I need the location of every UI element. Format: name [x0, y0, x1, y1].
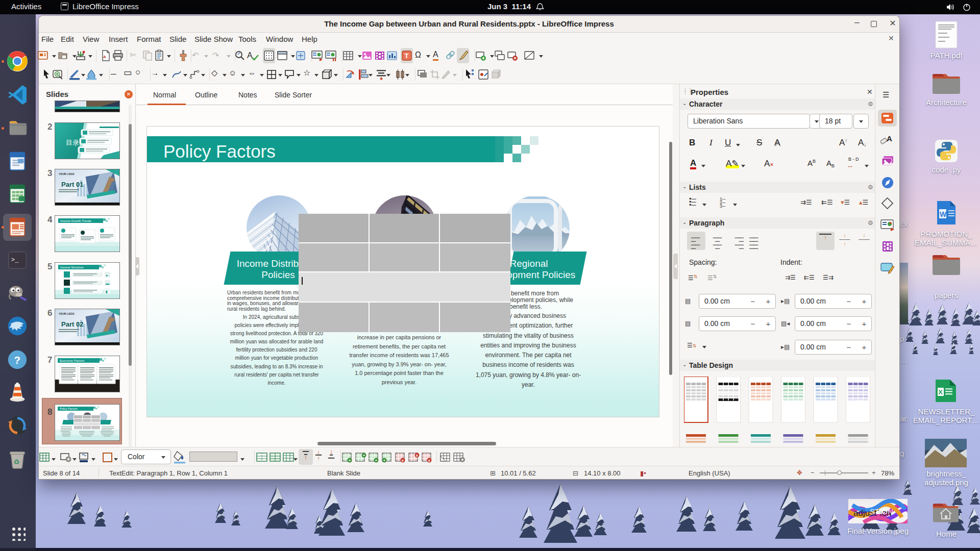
svg-text:Economic Factors: Economic Factors [60, 359, 84, 362]
svg-text:A: A [887, 134, 892, 143]
svg-text:+: + [383, 458, 385, 463]
svg-text:X: X [938, 388, 943, 396]
svg-text:目录: 目录 [66, 139, 79, 146]
svg-text:W: W [940, 210, 947, 218]
svg-text:x: x [401, 458, 404, 463]
svg-text:+: + [375, 458, 377, 463]
svg-text:>_: >_ [11, 257, 19, 264]
svg-text:A: A [103, 55, 106, 59]
svg-text:?: ? [14, 354, 20, 366]
svg-text:STION: STION [870, 507, 893, 516]
svg-text:x: x [415, 453, 418, 458]
svg-text:▮: ▮ [106, 290, 108, 293]
svg-text:Income Growth Trends: Income Growth Trends [60, 219, 91, 222]
svg-text:Policy Factors: Policy Factors [60, 407, 78, 410]
svg-text:x: x [428, 458, 430, 463]
svg-text:▬: ▬ [106, 282, 109, 285]
svg-text:♻: ♻ [13, 458, 19, 466]
svg-text:+: + [348, 458, 351, 463]
svg-text:Part 01: Part 01 [61, 181, 83, 188]
svg-text:Income Structure: Income Structure [60, 266, 84, 269]
svg-text:T: T [405, 52, 409, 60]
svg-text:+: + [362, 453, 365, 458]
svg-text:Part 02: Part 02 [61, 320, 83, 328]
svg-text:●: ● [106, 273, 108, 277]
svg-text:A: A [247, 51, 253, 60]
